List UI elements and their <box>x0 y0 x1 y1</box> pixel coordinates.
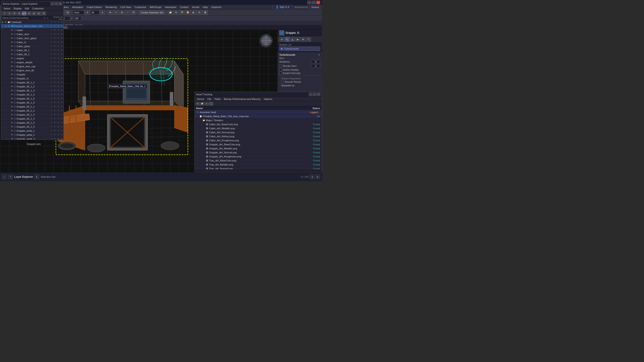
le-tree-item[interactable]: 👁 ⬡ Grapple_lift_1_1 ☀ 👁 ❄ ⚙ <box>1 80 64 84</box>
le-tree-item[interactable]: 👁 ⬡ Cabin ☀ 👁 ❄ ⚙ <box>1 28 64 32</box>
at-tree-item[interactable]: 🖼 Grapple_dirt_Roughness.png Found <box>195 154 322 158</box>
menu-help[interactable]: Help <box>201 6 210 9</box>
isoline-checkbox[interactable] <box>279 68 282 71</box>
at-tree-item[interactable]: ⬛ Autodesk Vault Logged... <box>195 110 322 114</box>
modify-panel-btn[interactable]: 🔧 <box>285 37 290 42</box>
at-tree-item[interactable]: 📋 Portable_Metal_Baler_Old_max_vray.max … <box>195 114 322 118</box>
le-menu-edit[interactable]: Edit <box>24 7 30 10</box>
le-tree-item[interactable]: 👁 ⬡ Engine_wire_cap ☀ 👁 ❄ ⚙ <box>1 64 64 68</box>
sign-in-button[interactable]: 👤 Sign In ▾ <box>273 5 292 9</box>
le-hide-all-btn[interactable]: 👁 <box>12 12 16 16</box>
le-tree-item[interactable]: 👁 ⬡ Grapple_lift_2_2 ☀ 👁 ❄ ⚙ <box>1 109 64 113</box>
view-input[interactable] <box>73 10 84 14</box>
le-tree-item[interactable]: 👁 ⬡ Cabin_door ☀ 👁 ❄ ⚙ <box>1 32 64 36</box>
le-tree-item[interactable]: 👁 ⬡ Cabin_G ☀ 👁 ❄ ⚙ <box>1 40 64 44</box>
menu-arnold[interactable]: Arnold <box>190 6 201 9</box>
le-filter-btn[interactable]: ⚙ <box>27 12 31 16</box>
le-tree-item[interactable]: 👁 ⬡ Grapple_lift_2_6 ☀ 👁 ❄ ⚙ <box>1 125 64 129</box>
le-close-btn[interactable]: ✕ <box>58 2 62 6</box>
align-button[interactable]: ≡ <box>113 10 119 15</box>
at-minimize-btn[interactable]: — <box>309 92 312 96</box>
at-tree-item[interactable]: 🖼 Tray_dirt_BaseColor.png Found <box>195 158 322 162</box>
snapshot-button[interactable]: 📷 <box>131 10 136 15</box>
le-menu-select[interactable]: Select <box>2 7 12 10</box>
at-maximize-btn[interactable]: □ <box>313 92 316 96</box>
le-expand-btn[interactable]: ⊞ <box>32 12 36 16</box>
hierarchy-panel-btn[interactable]: ⚓ <box>290 37 295 42</box>
default-workspace-button[interactable]: Default <box>309 5 321 9</box>
motion-panel-btn[interactable]: ▶ <box>296 37 300 42</box>
create-selection-set-button[interactable]: Create Selection Set <box>139 10 165 15</box>
at-tree-item[interactable]: 🖼 Cabin_dirt_Metallic.png Found <box>195 126 322 130</box>
spacing-button[interactable]: ↔ <box>125 10 130 15</box>
le-tree[interactable]: ▶ 👁 📁 0 (default) ☀ 👁 ❄ ⚙ ▼ 👁 🌐 Portable… <box>1 20 64 140</box>
menu-customize[interactable]: Customize <box>133 6 148 9</box>
sb-icon-1[interactable]: ≡ <box>2 174 7 179</box>
all-input[interactable] <box>90 10 99 14</box>
close-button[interactable]: ✕ <box>316 1 320 4</box>
le-tree-item[interactable]: 👁 ⬡ engine ☀ 👁 ❄ ⚙ <box>1 56 64 60</box>
render-button[interactable]: ▶ <box>191 10 196 15</box>
render-iters-checkbox[interactable]: ✓ <box>279 64 282 67</box>
le-freeze-all-btn[interactable]: ❄ <box>17 12 22 16</box>
menu-animation[interactable]: Animation <box>71 6 85 9</box>
le-collapse-btn[interactable]: ⊟ <box>37 12 41 16</box>
menu-maxscript[interactable]: MAXScript <box>148 6 163 9</box>
at-tree-item[interactable]: 🖼 Cabin_dirt_BaseColor.png Found <box>195 122 322 126</box>
at-tree-item[interactable]: 📁 Maps / Shaders <box>195 118 322 122</box>
menu-rendering[interactable]: Rendering <box>104 6 118 9</box>
le-delete-btn[interactable]: ✕ <box>7 12 12 16</box>
le-tree-item[interactable]: 👁 ⬡ Grapple_petal_1 ☀ 👁 ❄ ⚙ <box>1 129 64 133</box>
unlink-button[interactable]: ⛓ <box>65 10 70 15</box>
le-tree-item[interactable]: ▶ 👁 📁 0 (default) ☀ 👁 ❄ ⚙ <box>1 20 64 24</box>
le-tree-item[interactable]: ▼ 👁 🌐 Portable_Metal_Baler_Old ☀ 👁 ❄ ⚙ <box>1 24 64 28</box>
render-setup-button[interactable]: ⚙ <box>197 10 202 15</box>
le-tree-item[interactable]: 👁 ⬡ Cabin_door_glass ☀ 👁 ❄ ⚙ <box>1 36 64 40</box>
at-tree-item[interactable]: 🖼 Grapple_dirt_Normal.png Found <box>195 150 322 154</box>
le-tree-item[interactable]: 👁 ⬡ Grapple_lift_1_5 ☀ 👁 ❄ ⚙ <box>1 96 64 100</box>
le-menu-display[interactable]: Display <box>12 7 23 10</box>
display-panel-btn[interactable]: 👁 <box>301 37 306 42</box>
le-tree-item[interactable]: 👁 ⬡ Grapple_lift_2_4 ☀ 👁 ❄ ⚙ <box>1 117 64 121</box>
le-tree-item[interactable]: 👁 ⬡ Grapple_G ☀ 👁 ❄ ⚙ <box>1 76 64 80</box>
le-tree-item[interactable]: 👁 ⬡ Engine_wire_lift ☀ 👁 ❄ ⚙ <box>1 68 64 72</box>
le-tree-item[interactable]: 👁 ⬡ Grapple_petal_3 ☀ 👁 ❄ ⚙ <box>1 137 64 140</box>
le-tree-item[interactable]: 👁 ⬡ engine_details ☀ 👁 ❄ ⚙ <box>1 60 64 64</box>
at-menu-options[interactable]: Options <box>262 98 274 100</box>
le-tree-item[interactable]: 👁 ⬡ Grapple_petal_2 ☀ 👁 ❄ ⚙ <box>1 133 64 137</box>
layer-manager-button[interactable]: 📁 <box>168 10 173 15</box>
le-tree-item[interactable]: 👁 ⬡ Grapple_lift_2_1 ☀ 👁 ❄ ⚙ <box>1 105 64 109</box>
scene-explorer-button[interactable]: 🌳 <box>179 10 185 15</box>
turbosmooth-modifier-item[interactable]: TurboSmooth <box>279 46 320 51</box>
le-sort-btn[interactable]: ▲▼ <box>22 12 26 16</box>
at-menu-paths[interactable]: Paths <box>213 98 222 100</box>
object-properties-button[interactable]: ⚙ <box>174 10 179 15</box>
at-tree-item[interactable]: 🖼 Grapple_dirt_Metallic.png Found <box>195 146 322 150</box>
at-menu-server[interactable]: Server <box>196 98 206 100</box>
menu-explorex[interactable]: ExploreX <box>210 6 223 9</box>
sb-next-btn[interactable]: ▶ <box>315 174 320 179</box>
create-panel-btn[interactable]: ⊕ <box>279 37 284 42</box>
sb-prev-btn[interactable]: ◀ <box>310 174 314 179</box>
le-tree-item[interactable]: 👁 ⬡ Grapple_lift_1_2 ☀ 👁 ❄ ⚙ <box>1 84 64 88</box>
at-tree[interactable]: ⬛ Autodesk Vault Logged... 📋 Portable_Me… <box>195 110 322 169</box>
le-tree-item[interactable]: 👁 ⬡ Grapple ☀ 👁 ❄ ⚙ <box>1 72 64 76</box>
menu-civil-view[interactable]: Civil View <box>119 6 132 9</box>
at-tree-item[interactable]: 🖼 Cabin_dirt_Roughness.png Found <box>195 138 322 142</box>
at-resolve-btn[interactable]: ✓ <box>204 102 209 106</box>
all-dropdown[interactable]: ▾ <box>100 10 105 15</box>
title-bar-controls[interactable]: — □ ✕ <box>307 1 320 4</box>
le-tree-item[interactable]: 👁 ⬡ Grapple_lift_1_6 ☀ 👁 ❄ ⚙ <box>1 100 64 105</box>
le-tree-item[interactable]: 👁 ⬡ Grapple_lift_2_3 ☀ 👁 ❄ ⚙ <box>1 113 64 117</box>
le-minimize-btn[interactable]: — <box>50 2 54 6</box>
minimize-button[interactable]: — <box>307 1 311 4</box>
le-tree-item[interactable]: 👁 ⬡ Grapple_lift_2_5 ☀ 👁 ❄ ⚙ <box>1 121 64 125</box>
sb-icon-2[interactable]: ☰ <box>8 174 13 179</box>
mirror-button[interactable]: ⇆ <box>108 10 113 15</box>
le-maximize-btn[interactable]: □ <box>54 2 58 6</box>
menu-content[interactable]: Content <box>178 6 190 9</box>
at-tree-item[interactable]: 🖼 Grapple_dirt_BaseColor.png Found <box>195 142 322 146</box>
render-iters-input[interactable] <box>311 64 320 68</box>
sb-play-btn[interactable]: ▶ <box>34 174 39 179</box>
at-locate-btn[interactable]: 📁 <box>200 102 204 106</box>
